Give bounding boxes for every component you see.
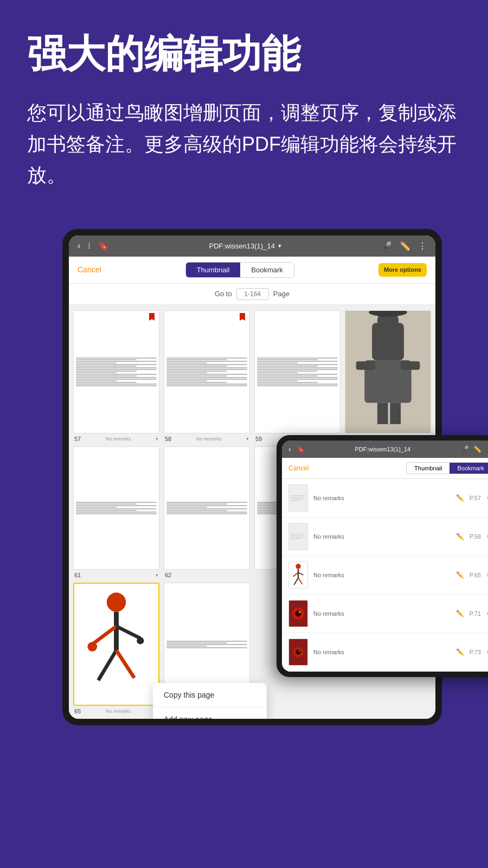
phone-mockup: ‹ 🔖 PDF:wissen13(1)_14 🎤 ✏️ ⋮ Cancel Thu… (277, 435, 488, 677)
phone-tab-bookmark[interactable]: Bookmark (450, 463, 488, 474)
bookmark-item-71[interactable]: No remarks ✏️ P.71 ⚙ (282, 595, 488, 633)
bm-edit-icon-73[interactable]: ✏️ (456, 648, 464, 656)
svg-point-27 (296, 649, 300, 654)
phone-more-icon[interactable]: ⋮ (486, 445, 488, 453)
bm-art-73 (289, 639, 307, 665)
bm-edit-icon-71[interactable]: ✏️ (456, 610, 464, 617)
topbar-center: PDF:wissen13(1)_14 ▾ (209, 242, 281, 250)
menu-item-add[interactable]: Add new page (153, 707, 267, 719)
topbar-left: ‹ ⁝ 🔖 (78, 241, 109, 251)
back-icon[interactable]: ‹ (78, 241, 80, 251)
svg-point-15 (87, 642, 97, 652)
bm-remarks-71: No remarks (313, 610, 451, 617)
phone-header: Cancel Thumbnail Bookmark (282, 458, 488, 479)
bookmark-list: No remarks ✏️ P.57 ⚙ No (282, 479, 488, 672)
bm-remarks-73: No remarks (313, 649, 451, 655)
svg-rect-8 (377, 311, 399, 315)
bm-page-58: P.58 (470, 533, 481, 540)
thumbnail-65[interactable]: 65 No remarks ▾ (73, 583, 159, 714)
bm-page-73: P.73 (470, 649, 481, 655)
bm-page-65: P.65 (470, 572, 481, 578)
bookmark-item-58[interactable]: No remarks ✏️ P.58 ⚙ (282, 518, 488, 556)
menu-item-copy[interactable]: Copy this page (153, 683, 267, 707)
svg-point-25 (299, 611, 301, 613)
svg-line-12 (117, 627, 140, 639)
phone-tab-thumbnail[interactable]: Thumbnail (407, 463, 450, 474)
phone-back-icon[interactable]: ‹ (288, 445, 291, 454)
goto-label: Go to (215, 290, 232, 298)
thumbnail-57[interactable]: 57 No remarks ▾ (73, 310, 159, 442)
page-num-65: 65 (74, 708, 81, 714)
svg-line-11 (92, 627, 116, 644)
svg-line-21 (294, 578, 298, 585)
phone-mic-icon[interactable]: 🎤 (461, 445, 469, 453)
thumbnail-58[interactable]: 58 No remarks ▾ (164, 310, 250, 442)
tablet-topbar: ‹ ⁝ 🔖 PDF:wissen13(1)_14 ▾ 🎤 ✏️ ⋮ (69, 235, 435, 257)
page-num-57: 57 (74, 436, 81, 442)
thumbnail-59[interactable]: 59 ▾ (254, 310, 341, 442)
svg-point-9 (107, 593, 126, 612)
more-options-button[interactable]: More options (378, 263, 427, 277)
svg-rect-4 (390, 403, 401, 424)
bm-edit-icon-57[interactable]: ✏️ (456, 494, 464, 502)
phone-bookmark-icon[interactable]: 🔖 (297, 445, 305, 453)
phone-topbar-right: 🎤 ✏️ ⋮ (461, 445, 488, 453)
phone-tabs: Thumbnail Bookmark (406, 462, 488, 474)
more-icon[interactable]: ⋮ (418, 241, 427, 251)
svg-line-19 (293, 572, 298, 577)
mic-icon[interactable]: 🎤 (381, 241, 392, 251)
page-label: Page (273, 290, 290, 298)
phone-filename: PDF:wissen13(1)_14 (355, 446, 410, 452)
bm-page-57: P.57 (470, 495, 481, 501)
pen-icon[interactable]: ✏️ (400, 241, 410, 251)
hero-description: 您可以通过鸟瞰图增删页面，调整页序，复制或添加书签备注。更多高级的PDF编辑功能… (27, 97, 461, 191)
page-num-59: 59 (255, 436, 262, 442)
tab-bookmark[interactable]: Bookmark (240, 263, 294, 277)
svg-rect-5 (356, 361, 375, 370)
bm-remarks-58: No remarks (313, 533, 451, 540)
bm-thumb-65 (288, 561, 308, 589)
goto-input[interactable] (236, 288, 269, 300)
bookmark-item-65[interactable]: No remarks ✏️ P.65 ⚙ (282, 556, 488, 595)
bm-thumb-58 (288, 523, 308, 550)
svg-rect-3 (377, 403, 388, 424)
thumbnail-grid-row1: 57 No remarks ▾ (69, 305, 435, 444)
svg-point-28 (298, 650, 300, 652)
page-num-61: 61 (74, 572, 81, 578)
phone-topbar-left: ‹ 🔖 (288, 445, 305, 454)
bm-remarks-65: No remarks (313, 572, 451, 578)
tab-group: Thumbnail Bookmark (185, 262, 294, 278)
thumbnail-60[interactable]: 60 ▾ (345, 310, 431, 442)
svg-rect-6 (401, 361, 420, 370)
svg-line-20 (298, 572, 303, 575)
phone-cancel-button[interactable]: Cancel (288, 464, 309, 472)
art-figure-65 (74, 584, 158, 705)
tab-thumbnail[interactable]: Thumbnail (186, 263, 241, 277)
svg-point-16 (137, 637, 144, 644)
bm-art-65 (289, 562, 307, 588)
svg-line-22 (298, 578, 303, 584)
bm-art-71 (289, 601, 307, 627)
thumbnail-61[interactable]: 61 ▾ (73, 446, 159, 578)
cancel-button[interactable]: Cancel (78, 265, 101, 274)
thumbnail-62[interactable]: 62 (164, 446, 250, 578)
goto-row: Go to Page (69, 284, 435, 305)
bookmark-item-73[interactable]: No remarks ✏️ P.73 ⚙ (282, 633, 488, 672)
art-figure-60 (345, 311, 431, 433)
filename-label: PDF:wissen13(1)_14 (209, 242, 274, 250)
bm-page-71: P.71 (470, 610, 481, 617)
context-menu: Copy this page Add new page Modify bookm… (153, 683, 267, 719)
bm-edit-icon-65[interactable]: ✏️ (456, 571, 464, 579)
grid-icon[interactable]: ⁝ (88, 241, 91, 251)
dropdown-icon[interactable]: ▾ (278, 242, 281, 250)
bm-remarks-57: No remarks (313, 495, 451, 501)
pdf-header: Cancel Thumbnail Bookmark More options (69, 257, 435, 284)
bookmark-icon[interactable]: 🔖 (98, 241, 109, 251)
bm-edit-icon-58[interactable]: ✏️ (456, 533, 464, 540)
phone-pen-icon[interactable]: ✏️ (473, 445, 481, 453)
bm-thumb-73 (288, 639, 308, 666)
bookmark-item-57[interactable]: No remarks ✏️ P.57 ⚙ (282, 479, 488, 518)
hero-section: 强大的编辑功能 您可以通过鸟瞰图增删页面，调整页序，复制或添加书签备注。更多高级… (0, 0, 488, 207)
page-num-62: 62 (165, 572, 171, 578)
phone-screen: ‹ 🔖 PDF:wissen13(1)_14 🎤 ✏️ ⋮ Cancel Thu… (282, 441, 488, 672)
